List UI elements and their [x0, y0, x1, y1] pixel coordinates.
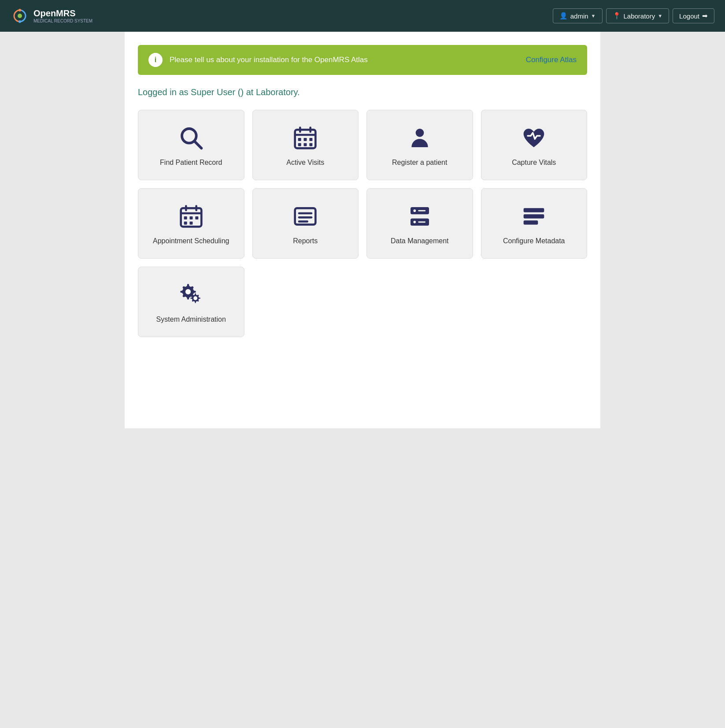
location-dropdown-arrow: ▼ — [658, 13, 662, 19]
svg-point-2 — [18, 9, 21, 11]
card-label-data-management: Data Management — [391, 237, 449, 246]
logout-button[interactable]: Logout ➡ — [673, 8, 714, 23]
card-label-active-visits: Active Visits — [286, 158, 324, 167]
card-register-patient[interactable]: Register a patient — [366, 110, 473, 180]
logged-in-text: Logged in as Super User () at Laboratory… — [138, 87, 587, 97]
card-label-find-patient-record: Find Patient Record — [160, 158, 222, 167]
svg-rect-24 — [184, 221, 187, 224]
svg-point-3 — [18, 20, 21, 23]
calendar-grid-icon — [179, 204, 203, 237]
svg-rect-37 — [524, 214, 544, 218]
svg-rect-22 — [189, 216, 192, 219]
svg-point-39 — [185, 289, 191, 294]
header-controls: 👤 admin ▼ 📍 Laboratory ▼ Logout ➡ — [553, 8, 714, 23]
card-data-management[interactable]: Data Management — [366, 188, 473, 259]
card-label-capture-vitals: Capture Vitals — [512, 158, 556, 167]
configure-atlas-link[interactable]: Configure Atlas — [526, 56, 577, 64]
svg-point-40 — [193, 296, 197, 300]
server-icon — [407, 204, 432, 237]
card-find-patient-record[interactable]: Find Patient Record — [138, 110, 244, 180]
svg-point-33 — [413, 221, 416, 223]
list-lines-icon — [293, 204, 318, 237]
app-grid: Find Patient Record Active Visits Regist… — [138, 110, 587, 337]
main-content: i Please tell us about your installation… — [125, 32, 600, 428]
card-reports[interactable]: Reports — [252, 188, 359, 259]
logo-title: OpenMRS — [33, 8, 76, 18]
gears-icon — [179, 282, 203, 315]
svg-rect-10 — [298, 138, 301, 141]
logo-area: OpenMRS MEDICAL RECORD SYSTEM — [11, 7, 92, 25]
logo-subtitle: MEDICAL RECORD SYSTEM — [33, 19, 92, 23]
card-label-system-administration: System Administration — [156, 315, 226, 324]
search-icon — [179, 126, 203, 158]
card-appointment-scheduling[interactable]: Appointment Scheduling — [138, 188, 244, 259]
location-dropdown-button[interactable]: 📍 Laboratory ▼ — [606, 8, 670, 23]
banner-info-icon: i — [148, 53, 163, 67]
svg-point-32 — [413, 209, 416, 212]
logout-icon: ➡ — [702, 12, 708, 20]
svg-rect-25 — [189, 221, 192, 224]
banner-message: Please tell us about your installation f… — [170, 56, 519, 64]
svg-rect-14 — [304, 143, 307, 146]
user-icon: 👤 — [559, 12, 568, 20]
footer-area — [0, 428, 725, 561]
card-label-reports: Reports — [293, 237, 318, 246]
admin-dropdown-arrow: ▼ — [591, 13, 596, 19]
card-label-register-patient: Register a patient — [392, 158, 447, 167]
location-icon: 📍 — [613, 12, 621, 20]
svg-rect-38 — [524, 220, 538, 224]
svg-rect-36 — [524, 208, 544, 212]
logout-label: Logout — [679, 12, 699, 20]
person-icon — [407, 126, 432, 158]
svg-rect-23 — [195, 216, 198, 219]
svg-rect-13 — [298, 143, 301, 146]
heart-pulse-icon — [522, 126, 546, 158]
svg-rect-12 — [310, 138, 313, 141]
svg-rect-11 — [304, 138, 307, 141]
svg-line-5 — [195, 141, 201, 148]
card-system-administration[interactable]: System Administration — [138, 267, 244, 337]
header: OpenMRS MEDICAL RECORD SYSTEM 👤 admin ▼ … — [0, 0, 725, 32]
card-active-visits[interactable]: Active Visits — [252, 110, 359, 180]
card-label-appointment-scheduling: Appointment Scheduling — [153, 237, 229, 246]
svg-rect-21 — [184, 216, 187, 219]
atlas-banner: i Please tell us about your installation… — [138, 45, 587, 75]
openmrs-logo-icon — [11, 7, 29, 25]
card-capture-vitals[interactable]: Capture Vitals — [481, 110, 588, 180]
admin-dropdown-button[interactable]: 👤 admin ▼ — [553, 8, 603, 23]
card-label-configure-metadata: Configure Metadata — [503, 237, 565, 246]
calendar-check-icon — [293, 126, 318, 158]
location-label: Laboratory — [624, 12, 655, 20]
svg-rect-15 — [310, 143, 313, 146]
svg-point-16 — [415, 129, 424, 137]
svg-point-1 — [18, 14, 22, 18]
metadata-icon — [522, 204, 546, 237]
card-configure-metadata[interactable]: Configure Metadata — [481, 188, 588, 259]
admin-label: admin — [570, 12, 588, 20]
logo-text-block: OpenMRS MEDICAL RECORD SYSTEM — [33, 8, 92, 23]
